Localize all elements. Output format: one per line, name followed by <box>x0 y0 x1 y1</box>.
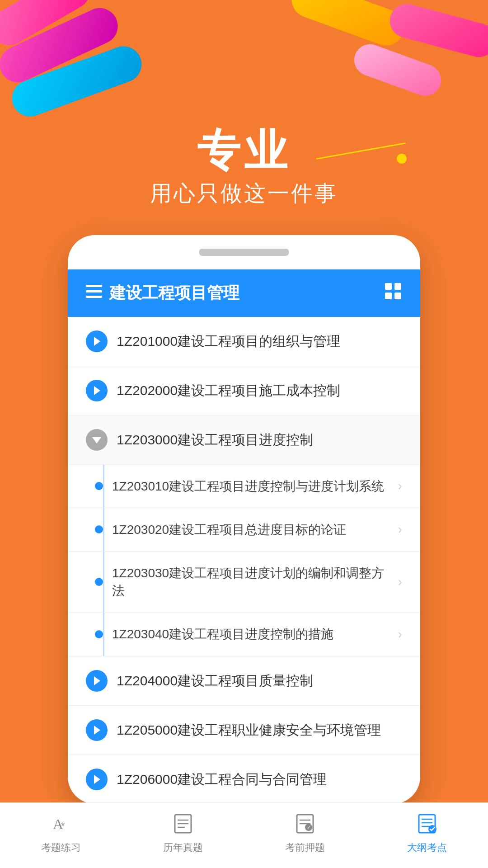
vertical-line <box>103 613 104 656</box>
list-item[interactable]: 1Z201000建设工程项目的组织与管理 <box>68 317 420 366</box>
dot-marker <box>95 630 103 638</box>
hero-section: 专业 用心只做这一件事 <box>0 0 488 226</box>
chevron-right-icon: › <box>398 575 402 589</box>
item-icon-blue <box>86 380 108 401</box>
bottom-nav: A * 考题练习 历年真题 ✓ 考前押题 <box>0 802 488 868</box>
svg-rect-6 <box>385 292 392 299</box>
phone-mockup: 建设工程项目管理 1Z201000建设工程项目的组织与管理 1Z202000建设 <box>68 235 420 804</box>
svg-rect-3 <box>95 285 102 287</box>
svg-rect-2 <box>86 296 102 298</box>
item-icon-blue <box>86 769 108 790</box>
sub-item-text: 1Z203030建设工程项目进度计划的编制和调整方法 <box>112 564 389 599</box>
sub-item-text: 1Z203040建设工程项目进度控制的措施 <box>112 625 389 643</box>
item-icon-blue <box>86 670 108 692</box>
sub-item-text: 1Z203020建设工程项目总进度目标的论证 <box>112 521 389 538</box>
vertical-line <box>103 465 104 508</box>
vertical-line <box>103 508 104 551</box>
svg-marker-10 <box>92 437 101 443</box>
chevron-right-icon: › <box>398 522 402 537</box>
item-text: 1Z206000建设工程合同与合同管理 <box>117 770 402 789</box>
svg-text:*: * <box>61 820 65 831</box>
svg-marker-12 <box>94 726 100 735</box>
menu-icon <box>86 283 102 302</box>
svg-rect-1 <box>86 290 102 292</box>
list-item-expanded[interactable]: 1Z203000建设工程项目进度控制 <box>68 415 420 465</box>
hero-sub-text: 用心只做这一件事 <box>0 179 488 208</box>
svg-rect-5 <box>394 283 401 290</box>
nav-item-kaoti[interactable]: A * 考题练习 <box>41 810 81 854</box>
chevron-right-icon: › <box>398 479 402 493</box>
item-icon-blue <box>86 719 108 741</box>
list-item[interactable]: 1Z206000建设工程合同与合同管理 <box>68 755 420 804</box>
phone-notch <box>199 249 289 256</box>
item-text: 1Z202000建设工程项目施工成本控制 <box>117 381 402 400</box>
vertical-line <box>103 552 104 612</box>
svg-text:✓: ✓ <box>307 824 311 830</box>
header-title: 建设工程项目管理 <box>109 282 239 304</box>
nav-label-linian: 历年真题 <box>163 841 203 854</box>
sub-list-item[interactable]: 1Z203020建设工程项目总进度目标的论证 › <box>68 508 420 552</box>
list-container: 1Z201000建设工程项目的组织与管理 1Z202000建设工程项目施工成本控… <box>68 317 420 804</box>
nav-item-dagang[interactable]: 大纲考点 <box>407 810 447 854</box>
item-icon-blue <box>86 330 108 352</box>
list-item[interactable]: 1Z205000建设工程职业健康安全与环境管理 <box>68 706 420 755</box>
nav-icon-kaoti: A * <box>47 810 75 837</box>
nav-label-kaoti: 考题练习 <box>41 841 81 854</box>
nav-item-linian[interactable]: 历年真题 <box>163 810 203 854</box>
nav-icon-dagang <box>413 810 441 837</box>
nav-label-kaoquan: 考前押题 <box>285 841 325 854</box>
item-text: 1Z203000建设工程项目进度控制 <box>117 430 402 449</box>
sub-list-item[interactable]: 1Z203030建设工程项目进度计划的编制和调整方法 › <box>68 552 420 613</box>
list-item[interactable]: 1Z202000建设工程项目施工成本控制 <box>68 366 420 415</box>
item-text: 1Z205000建设工程职业健康安全与环境管理 <box>117 721 402 740</box>
svg-marker-11 <box>94 676 100 685</box>
svg-rect-7 <box>394 292 401 299</box>
item-text: 1Z201000建设工程项目的组织与管理 <box>117 332 402 351</box>
nav-label-dagang: 大纲考点 <box>407 841 447 854</box>
app-header-left: 建设工程项目管理 <box>86 282 239 304</box>
list-item[interactable]: 1Z204000建设工程项目质量控制 <box>68 656 420 706</box>
sub-item-text: 1Z203010建设工程项目进度控制与进度计划系统 <box>112 477 389 495</box>
chevron-right-icon: › <box>398 627 402 642</box>
dot-marker <box>95 578 103 586</box>
item-icon-gray <box>86 429 108 451</box>
dot-marker <box>95 525 103 533</box>
dot-marker <box>95 482 103 490</box>
svg-rect-4 <box>385 283 392 290</box>
svg-marker-13 <box>94 775 100 784</box>
sub-list-item[interactable]: 1Z203010建设工程项目进度控制与进度计划系统 › <box>68 465 420 508</box>
svg-marker-8 <box>94 337 100 346</box>
item-text: 1Z204000建设工程项目质量控制 <box>117 671 402 690</box>
svg-marker-9 <box>94 386 100 395</box>
app-header: 建设工程项目管理 <box>68 269 420 317</box>
grid-icon[interactable] <box>384 282 402 304</box>
nav-icon-kaoquan: ✓ <box>291 810 319 837</box>
nav-item-kaoquan[interactable]: ✓ 考前押题 <box>285 810 325 854</box>
sub-list-item[interactable]: 1Z203040建设工程项目进度控制的措施 › <box>68 613 420 656</box>
hero-main-text: 专业 <box>0 127 488 175</box>
nav-icon-linian <box>169 810 197 837</box>
